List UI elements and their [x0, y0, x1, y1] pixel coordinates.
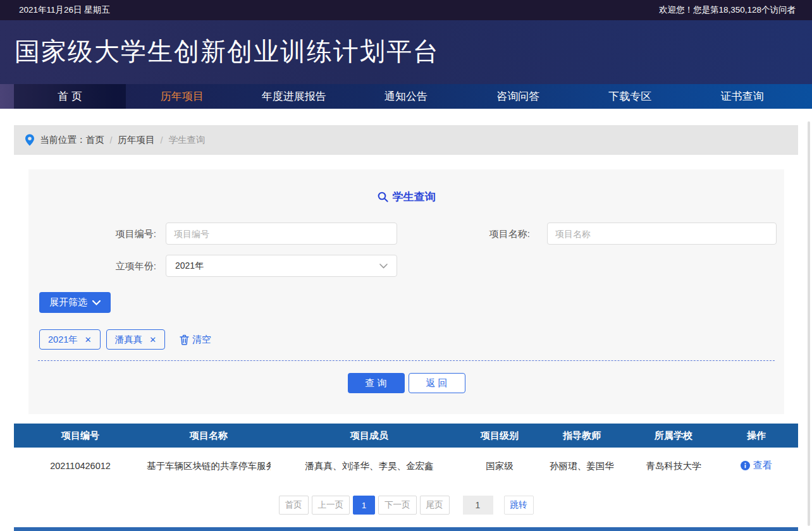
remove-tag-icon[interactable]: ✕	[149, 335, 156, 345]
breadcrumb-separator: /	[161, 135, 163, 145]
breadcrumb-home[interactable]: 首页	[86, 134, 104, 146]
clear-filters-button[interactable]: 清空	[180, 334, 211, 346]
nav-item-notices[interactable]: 通知公告	[350, 84, 462, 109]
col-header-actions: 操作	[715, 424, 798, 448]
pagination: 首页 上一页 1 下一页 尾页 跳转	[0, 496, 812, 515]
nav-item-qa[interactable]: 咨询问答	[462, 84, 574, 109]
nav-item-certificate-query[interactable]: 证书查询	[686, 84, 798, 109]
dashed-divider	[38, 360, 775, 361]
trash-icon	[180, 334, 189, 345]
project-name-label: 项目名称:	[408, 223, 530, 245]
project-code-input[interactable]	[166, 223, 397, 245]
col-header-project-name: 项目名称	[147, 424, 271, 448]
site-header: 国家级大学生创新创业训练计划平台	[0, 20, 812, 84]
cell-teachers: 孙丽珺、姜国华	[531, 448, 632, 484]
back-button[interactable]: 返 回	[409, 373, 465, 393]
page-last-button[interactable]: 尾页	[420, 496, 450, 515]
student-search-panel: 学生查询 项目编号: 项目名称: 立项年份: 2021年 展开筛选 2021年 …	[28, 169, 784, 414]
page-jump-button[interactable]: 跳转	[504, 496, 534, 515]
main-nav: 首 页 历年项目 年度进展报告 通知公告 咨询问答 下载专区 证书查询	[0, 84, 812, 109]
active-filter-tags: 2021年 ✕ 潘真真 ✕ 清空	[39, 329, 211, 350]
page-number-current[interactable]: 1	[353, 496, 375, 515]
page-jump-input[interactable]	[463, 496, 493, 515]
nav-item-downloads[interactable]: 下载专区	[574, 84, 686, 109]
nav-item-history-projects[interactable]: 历年项目	[126, 84, 238, 109]
page-prev-button[interactable]: 上一页	[312, 496, 350, 515]
breadcrumb: 当前位置： 首页 / 历年项目 / 学生查询	[14, 125, 798, 155]
year-select[interactable]: 2021年	[166, 255, 397, 277]
col-header-project-code: 项目编号	[14, 424, 147, 448]
clear-filters-label: 清空	[192, 334, 211, 346]
filter-tag-student-label: 潘真真	[115, 334, 143, 346]
cell-project-code: 202110426012	[14, 448, 147, 484]
cell-members: 潘真真、刘泽华、李昊、金宏鑫	[271, 448, 468, 484]
col-header-school: 所属学校	[632, 424, 715, 448]
view-detail-link[interactable]: 查看	[741, 460, 772, 472]
cell-level: 国家级	[468, 448, 531, 484]
nav-item-home[interactable]: 首 页	[14, 84, 126, 109]
table-header-row: 项目编号 项目名称 项目成员 项目级别 指导教师 所属学校 操作	[14, 424, 798, 448]
breadcrumb-separator: /	[110, 135, 113, 145]
year-select-value: 2021年	[175, 260, 204, 272]
project-name-input[interactable]	[547, 223, 777, 245]
filter-tag-year[interactable]: 2021年 ✕	[39, 329, 101, 350]
visitor-counter: 欢迎您！您是第18,350,128个访问者	[659, 0, 796, 20]
nav-item-annual-report[interactable]: 年度进展报告	[238, 84, 350, 109]
col-header-teachers: 指导教师	[531, 424, 632, 448]
results-table: 项目编号 项目名称 项目成员 项目级别 指导教师 所属学校 操作 2021104…	[14, 424, 798, 484]
search-panel-title-text: 学生查询	[393, 190, 436, 204]
search-panel-title: 学生查询	[28, 190, 784, 204]
chevron-down-icon	[92, 300, 101, 305]
view-detail-label: 查看	[753, 460, 772, 472]
page-first-button[interactable]: 首页	[279, 496, 309, 515]
current-date: 2021年11月26日 星期五	[19, 0, 110, 20]
expand-filters-button[interactable]: 展开筛选	[39, 292, 111, 313]
expand-filters-label: 展开筛选	[49, 296, 87, 308]
table-row: 202110426012 基于车辆区块链的共享停车服务系统 潘真真、刘泽华、李昊…	[14, 448, 798, 484]
filter-tag-student[interactable]: 潘真真 ✕	[106, 329, 165, 350]
filter-tag-year-label: 2021年	[48, 334, 78, 346]
project-year-label: 立项年份:	[28, 255, 156, 277]
breadcrumb-history-projects[interactable]: 历年项目	[118, 134, 155, 146]
search-icon	[378, 192, 388, 202]
cell-school: 青岛科技大学	[632, 448, 715, 484]
page-next-button[interactable]: 下一页	[378, 496, 417, 515]
site-title: 国家级大学生创新创业训练计划平台	[15, 20, 440, 82]
info-icon	[741, 461, 750, 470]
col-header-level: 项目级别	[468, 424, 531, 448]
col-header-members: 项目成员	[271, 424, 468, 448]
location-pin-icon	[25, 134, 34, 146]
cell-action: 查看	[715, 448, 798, 484]
footer-strip	[14, 527, 798, 531]
breadcrumb-current: 学生查询	[169, 134, 206, 146]
breadcrumb-prefix: 当前位置：	[40, 134, 86, 146]
scrollbar[interactable]	[808, 121, 810, 526]
chevron-down-icon	[379, 264, 388, 269]
remove-tag-icon[interactable]: ✕	[85, 335, 92, 345]
cell-project-name: 基于车辆区块链的共享停车服务系统	[147, 448, 271, 484]
top-bar: 2021年11月26日 星期五 欢迎您！您是第18,350,128个访问者	[0, 0, 812, 20]
project-code-label: 项目编号:	[28, 223, 156, 245]
query-button[interactable]: 查 询	[348, 373, 405, 393]
